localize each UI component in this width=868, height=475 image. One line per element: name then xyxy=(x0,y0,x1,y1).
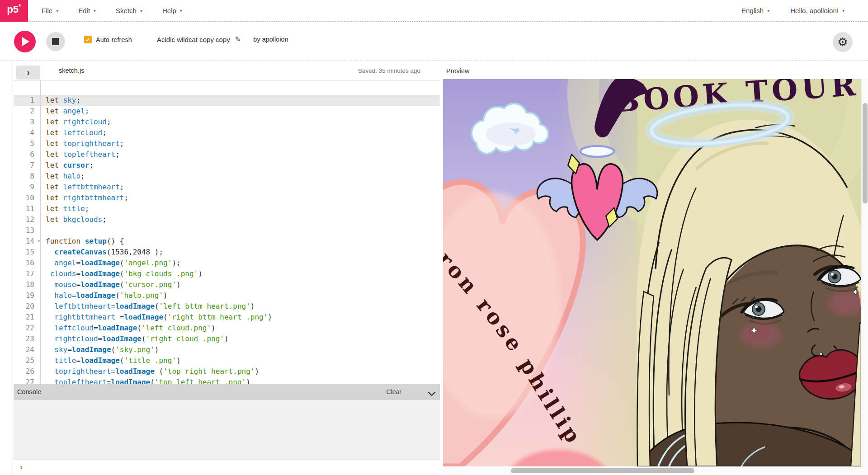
preview-horizontal-scrollbar[interactable] xyxy=(440,466,868,475)
autorefresh-checkbox[interactable]: ✓ xyxy=(84,36,92,43)
code-line[interactable]: let leftbttmheart; xyxy=(41,182,440,193)
autorefresh-control: ✓ Auto-refresh xyxy=(84,36,132,43)
gear-icon: ⚙ xyxy=(837,36,848,48)
line-number: 20 xyxy=(14,301,40,312)
main-menu: File ▾ Edit ▾ Sketch ▾ Help ▾ xyxy=(42,7,182,14)
menu-help[interactable]: Help ▾ xyxy=(162,7,182,14)
language-selector[interactable]: English ▾ xyxy=(741,7,769,14)
line-number: 19 xyxy=(14,290,40,301)
console-collapse-button[interactable] xyxy=(428,390,436,398)
sketch-title: Acidic wildcat copy copy xyxy=(157,36,230,43)
settings-button[interactable]: ⚙ xyxy=(833,32,853,52)
code-editor[interactable]: 1234567891011121314▾15161718192021222324… xyxy=(14,80,440,384)
line-number: 3 xyxy=(14,117,40,127)
chevron-right-icon: › xyxy=(27,67,30,78)
collapsed-sidebar-strip xyxy=(0,61,13,475)
code-line[interactable]: title=loadImage('title .png') xyxy=(41,355,440,366)
code-line[interactable]: mouse=loadImage('cursor.png') xyxy=(41,279,440,290)
chevron-down-icon: ▾ xyxy=(94,8,96,13)
chevron-down-icon xyxy=(428,391,436,396)
code-line[interactable]: let cursor; xyxy=(41,160,440,171)
toolbar: ✓ Auto-refresh Acidic wildcat copy copy … xyxy=(0,22,868,61)
saved-status: Saved: 35 minutes ago xyxy=(358,67,420,74)
greeting-label: Hello, apolloion! xyxy=(790,7,839,14)
menu-edit-label: Edit xyxy=(78,7,90,14)
sketch-canvas[interactable]: BOOK TOUR xyxy=(443,79,861,466)
horizontal-scrollbar-thumb[interactable] xyxy=(511,468,694,473)
line-number: 8 xyxy=(14,171,40,182)
expand-files-button[interactable]: › xyxy=(16,66,40,80)
preview-pane: Preview xyxy=(440,61,868,475)
p5-web-editor: p5* File ▾ Edit ▾ Sketch ▾ Help ▾ Englis… xyxy=(0,0,868,475)
line-number: 4 xyxy=(14,127,40,138)
code-line[interactable]: sky=loadImage('sky.png') xyxy=(41,344,440,355)
line-number: 6 xyxy=(14,149,40,160)
editor-pane: › sketch.js Saved: 35 minutes ago 123456… xyxy=(14,61,440,475)
edit-title-pencil-icon[interactable]: ✎ xyxy=(235,35,241,43)
code-line[interactable]: rightcloud=loadImage('right cloud .png') xyxy=(41,334,440,344)
gutter: 1234567891011121314▾15161718192021222324… xyxy=(14,80,41,384)
language-label: English xyxy=(741,7,764,14)
console-clear-button[interactable]: Clear xyxy=(387,388,401,395)
line-number: 11 xyxy=(14,203,40,214)
code-line[interactable]: leftbttmheart=loadImage('left bttm heart… xyxy=(41,301,440,312)
code-line[interactable]: let toprightheart; xyxy=(41,138,440,149)
menu-file-label: File xyxy=(42,7,52,14)
code-line[interactable]: rightbttmheart =loadImage('right bttm he… xyxy=(41,312,440,323)
code-line[interactable]: let angel; xyxy=(41,106,440,117)
console-panel: Console Clear › xyxy=(14,384,440,475)
account-menu[interactable]: Hello, apolloion! ▾ xyxy=(790,7,844,14)
console-header: Console Clear xyxy=(14,384,440,400)
play-button[interactable] xyxy=(14,31,36,52)
line-number: 22 xyxy=(14,323,40,334)
stop-icon xyxy=(52,38,59,45)
main-area: › sketch.js Saved: 35 minutes ago 123456… xyxy=(0,61,868,475)
tab-sketch-js[interactable]: sketch.js xyxy=(59,67,84,74)
stop-button[interactable] xyxy=(46,32,65,51)
chevron-down-icon: ▾ xyxy=(56,8,58,13)
code-line[interactable]: function setup() { xyxy=(41,236,440,247)
code-lines[interactable]: let sky;let angel;let rightcloud;let lef… xyxy=(41,80,440,384)
menu-sketch-label: Sketch xyxy=(116,7,137,14)
p5-logo[interactable]: p5* xyxy=(0,0,28,22)
code-line[interactable]: angel=loadImage('angel.png'); xyxy=(41,258,440,268)
small-halo xyxy=(580,146,614,157)
sketch-title-group: Acidic wildcat copy copy ✎ by apolloion xyxy=(157,35,288,43)
play-icon xyxy=(22,37,29,46)
vertical-scrollbar-thumb[interactable] xyxy=(863,103,868,203)
menu-help-label: Help xyxy=(162,7,176,14)
code-line[interactable]: createCanvas(1536,2048 ); xyxy=(41,247,440,258)
code-line[interactable]: let bkgclouds; xyxy=(41,214,440,225)
line-number: 16 xyxy=(14,258,40,268)
console-title: Console xyxy=(17,388,41,395)
code-line[interactable]: let leftcloud; xyxy=(41,127,440,138)
preview-vertical-scrollbar[interactable] xyxy=(861,79,868,466)
code-line[interactable] xyxy=(41,225,440,236)
line-number: 17 xyxy=(14,268,40,279)
logo-text: p5 xyxy=(7,4,19,15)
console-prompt-icon: › xyxy=(20,462,23,472)
code-line[interactable]: let topleftheart; xyxy=(41,149,440,160)
menu-edit[interactable]: Edit ▾ xyxy=(78,7,96,14)
code-line[interactable]: let rightbttmheart; xyxy=(41,193,440,203)
menu-file[interactable]: File ▾ xyxy=(42,7,58,14)
code-line[interactable]: let sky; xyxy=(41,95,440,106)
fold-arrow-icon[interactable]: ▾ xyxy=(37,236,40,247)
code-line[interactable]: leftcloud=loadImage('left cloud.png') xyxy=(41,323,440,334)
menu-sketch[interactable]: Sketch ▾ xyxy=(116,7,142,14)
code-line[interactable]: let title; xyxy=(41,203,440,214)
code-line[interactable]: topleftheart=loadImage('top left heart .… xyxy=(41,377,440,384)
code-line[interactable]: let halo; xyxy=(41,171,440,182)
code-line[interactable]: clouds=loadImage('bkg clouds .png') xyxy=(41,268,440,279)
code-line[interactable]: let rightcloud; xyxy=(41,117,440,127)
logo-asterisk: * xyxy=(19,3,21,9)
line-number: 9 xyxy=(14,182,40,193)
line-number: 1 xyxy=(14,95,40,106)
line-number: 15 xyxy=(14,247,40,258)
console-input-row[interactable]: › xyxy=(14,459,440,475)
line-number: 23 xyxy=(14,334,40,344)
code-line[interactable]: toprightheart=loadImage ('top right hear… xyxy=(41,366,440,377)
code-line[interactable]: halo=loadImage('halo.png') xyxy=(41,290,440,301)
top-nav: p5* File ▾ Edit ▾ Sketch ▾ Help ▾ Englis… xyxy=(0,0,868,22)
line-number: 5 xyxy=(14,138,40,149)
